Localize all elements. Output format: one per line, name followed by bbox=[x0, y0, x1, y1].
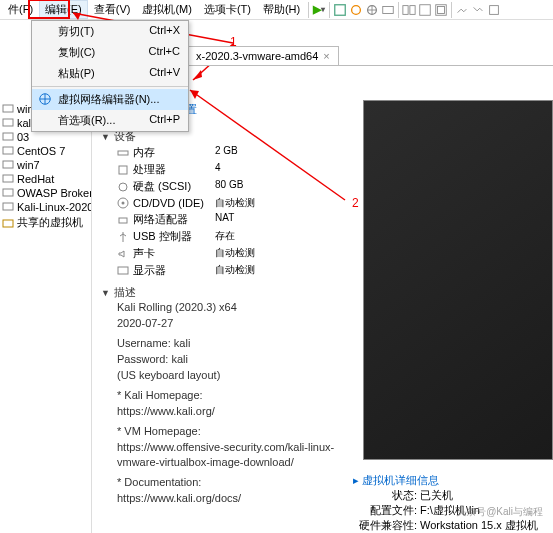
separator bbox=[329, 2, 330, 18]
watermark: 头条号@Kali与编程 bbox=[456, 505, 543, 519]
svg-rect-23 bbox=[3, 189, 13, 196]
vm-icon bbox=[2, 187, 14, 199]
svg-rect-3 bbox=[383, 6, 394, 13]
sound-icon bbox=[117, 248, 129, 260]
svg-rect-8 bbox=[438, 6, 445, 13]
menubar: 件(F) 编辑(E) 查看(V) 虚拟机(M) 选项卡(T) 帮助(H) ▶▾ bbox=[0, 0, 553, 20]
toolbar-icon[interactable] bbox=[401, 2, 417, 18]
sidebar-item[interactable]: RedHat bbox=[2, 172, 89, 186]
menu-vnet-editor[interactable]: 虚拟网络编辑器(N)... bbox=[32, 89, 188, 110]
sidebar-item[interactable]: Kali-Linux-2020 bbox=[2, 200, 89, 214]
toolbar-icon[interactable] bbox=[433, 2, 449, 18]
svg-point-29 bbox=[119, 183, 127, 191]
menu-edit[interactable]: 编辑(E) bbox=[39, 0, 88, 19]
sidebar-item[interactable]: CentOS 7 bbox=[2, 144, 89, 158]
toolbar-icon[interactable] bbox=[454, 2, 470, 18]
display-icon bbox=[117, 265, 129, 277]
vm-preview bbox=[363, 100, 553, 460]
menu-file[interactable]: 件(F) bbox=[2, 0, 39, 19]
vm-icon bbox=[2, 131, 14, 143]
svg-rect-28 bbox=[119, 166, 127, 174]
cd-icon bbox=[117, 197, 129, 209]
svg-rect-17 bbox=[3, 105, 13, 112]
svg-rect-32 bbox=[119, 218, 127, 223]
toolbar-icon[interactable] bbox=[364, 2, 380, 18]
menu-copy[interactable]: 复制(C)Ctrl+C bbox=[32, 42, 188, 63]
vm-icon bbox=[2, 173, 14, 185]
svg-rect-33 bbox=[118, 267, 128, 274]
svg-rect-4 bbox=[403, 5, 408, 14]
sidebar-item[interactable]: 03 bbox=[2, 130, 89, 144]
toolbar-icon[interactable] bbox=[348, 2, 364, 18]
svg-marker-16 bbox=[190, 90, 199, 99]
sidebar-item[interactable]: 共享的虚拟机 bbox=[2, 214, 89, 231]
svg-point-31 bbox=[122, 202, 125, 205]
menu-vm[interactable]: 虚拟机(M) bbox=[136, 0, 198, 19]
cpu-icon bbox=[117, 164, 129, 176]
edit-dropdown: 剪切(T)Ctrl+X 复制(C)Ctrl+C 粘贴(P)Ctrl+V 虚拟网络… bbox=[31, 20, 189, 132]
menu-help[interactable]: 帮助(H) bbox=[257, 0, 306, 19]
svg-rect-5 bbox=[410, 5, 415, 14]
vm-icon bbox=[2, 201, 14, 213]
svg-rect-6 bbox=[420, 4, 431, 15]
separator bbox=[398, 2, 399, 18]
svg-rect-25 bbox=[3, 220, 13, 227]
tab[interactable]: x-2020.3-vmware-amd64× bbox=[187, 46, 339, 65]
usb-icon bbox=[117, 231, 129, 243]
play-button[interactable]: ▶▾ bbox=[311, 2, 327, 18]
menu-preferences[interactable]: 首选项(R)...Ctrl+P bbox=[32, 110, 188, 131]
vm-sidebar: win10 kali 03 CentOS 7 win7 RedHat OWASP… bbox=[0, 100, 92, 533]
toolbar-icon[interactable] bbox=[332, 2, 348, 18]
svg-marker-14 bbox=[193, 70, 202, 80]
menu-cut[interactable]: 剪切(T)Ctrl+X bbox=[32, 21, 188, 42]
vm-icon bbox=[2, 117, 14, 129]
svg-rect-27 bbox=[118, 151, 128, 155]
separator bbox=[451, 2, 452, 18]
desc-text: https://www.offensive-security.com/kali-… bbox=[117, 440, 347, 472]
separator bbox=[32, 86, 188, 87]
disk-icon bbox=[117, 181, 129, 193]
network-icon bbox=[117, 214, 129, 226]
svg-rect-19 bbox=[3, 133, 13, 140]
svg-rect-20 bbox=[3, 147, 13, 154]
toolbar-icon[interactable] bbox=[380, 2, 396, 18]
vm-icon bbox=[2, 103, 14, 115]
sidebar-item[interactable]: OWASP Broken bbox=[2, 186, 89, 200]
vm-icon bbox=[2, 159, 14, 171]
svg-rect-21 bbox=[3, 161, 13, 168]
svg-rect-9 bbox=[490, 5, 499, 14]
svg-rect-0 bbox=[335, 4, 346, 15]
toolbar-icon[interactable] bbox=[470, 2, 486, 18]
menu-tabs[interactable]: 选项卡(T) bbox=[198, 0, 257, 19]
folder-icon bbox=[2, 217, 14, 229]
details-header: 虚拟机详细信息 bbox=[362, 474, 439, 486]
sidebar-item[interactable]: win7 bbox=[2, 158, 89, 172]
network-icon bbox=[38, 92, 52, 106]
vm-icon bbox=[2, 145, 14, 157]
menu-view[interactable]: 查看(V) bbox=[88, 0, 137, 19]
toolbar-icon[interactable] bbox=[486, 2, 502, 18]
menu-paste[interactable]: 粘贴(P)Ctrl+V bbox=[32, 63, 188, 84]
close-icon[interactable]: × bbox=[323, 50, 329, 62]
svg-rect-22 bbox=[3, 175, 13, 182]
toolbar-icon[interactable] bbox=[417, 2, 433, 18]
svg-rect-24 bbox=[3, 203, 13, 210]
svg-point-1 bbox=[352, 5, 361, 14]
separator bbox=[308, 2, 309, 18]
vm-details: ▸ 虚拟机详细信息 状态: 已关机 配置文件: F:\虚拟机\lin 硬件兼容性… bbox=[353, 473, 551, 533]
section-header: 描述 bbox=[114, 285, 136, 300]
svg-rect-18 bbox=[3, 119, 13, 126]
memory-icon bbox=[117, 147, 129, 159]
